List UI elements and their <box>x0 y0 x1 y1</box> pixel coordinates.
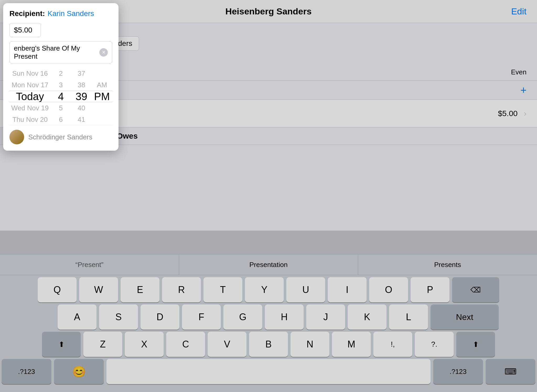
date-picker[interactable]: Sat Nov 15 Sun Nov 16 Mon Nov 17 Today W… <box>9 68 112 125</box>
picker-date-row-2: Mon Nov 17 <box>9 79 51 91</box>
picker-hour-column: 1 2 3 4 5 6 7 <box>51 68 71 125</box>
contact-avatar <box>9 130 24 144</box>
picker-hour-row-2: 3 <box>51 79 71 91</box>
picker-date-row-4: Wed Nov 19 <box>9 102 51 114</box>
picker-min-row-2: 38 <box>71 79 92 91</box>
memo-text[interactable]: enberg's Share Of My Present <box>14 44 99 61</box>
contact-avatar-image <box>9 130 24 144</box>
contact-name: Schrödinger Sanders <box>28 133 92 141</box>
picker-ampm-row-3: PM <box>92 91 112 102</box>
picker-min-row-3: 39 <box>71 91 92 102</box>
picker-date-row-5: Thu Nov 20 <box>9 114 51 125</box>
popup-card: Recipient: Karin Sanders $5.00 enberg's … <box>3 3 119 151</box>
picker-minute-column: 36 37 38 39 40 41 42 <box>71 68 92 125</box>
picker-columns: Sat Nov 15 Sun Nov 16 Mon Nov 17 Today W… <box>9 68 112 125</box>
picker-min-row-1: 37 <box>71 68 92 79</box>
picker-min-row-4: 40 <box>71 102 92 114</box>
picker-ampm-row-5 <box>92 114 112 125</box>
picker-min-row-5: 41 <box>71 114 92 125</box>
memo-clear-button[interactable]: ✕ <box>99 48 108 57</box>
picker-date-row-3: Today <box>9 91 51 102</box>
recipient-row: Recipient: Karin Sanders <box>9 9 112 18</box>
amount-field[interactable]: $5.00 <box>9 23 41 37</box>
picker-hour-row-5: 6 <box>51 114 71 125</box>
picker-hour-row-1: 2 <box>51 68 71 79</box>
recipient-label: Recipient: <box>9 9 45 18</box>
picker-ampm-row-4 <box>92 102 112 114</box>
picker-hour-row-4: 5 <box>51 102 71 114</box>
picker-ampm-row-1 <box>92 68 112 79</box>
picker-ampm-column: AM PM <box>92 68 112 125</box>
picker-date-column: Sat Nov 15 Sun Nov 16 Mon Nov 17 Today W… <box>9 68 51 125</box>
recipient-name[interactable]: Karin Sanders <box>47 9 94 18</box>
picker-ampm-row-2: AM <box>92 79 112 91</box>
contact-row: Schrödinger Sanders <box>9 125 112 144</box>
picker-date-row-1: Sun Nov 16 <box>9 68 51 79</box>
memo-row: enberg's Share Of My Present ✕ <box>9 41 112 63</box>
picker-hour-row-3: 4 <box>51 91 71 102</box>
